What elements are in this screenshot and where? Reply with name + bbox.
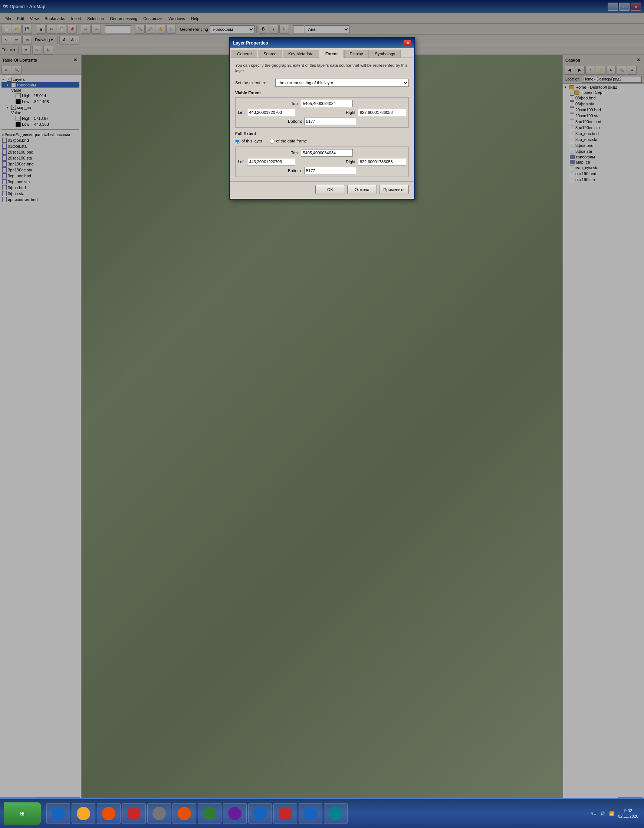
start-button[interactable]: ⊞ [4, 802, 41, 825]
taskbar-app-outlook[interactable] [248, 803, 272, 824]
tab-key-metadata[interactable]: Key Metadata [283, 50, 319, 58]
full-extent-radios: of this layer of the data frame [235, 139, 409, 144]
viable-right-label: Right: [346, 110, 357, 114]
radio-data-frame[interactable]: of the data frame [270, 139, 307, 144]
modal-footer: OK Отмена Применить [230, 181, 414, 199]
full-top-label: Top: [291, 151, 299, 155]
viable-top-label: Top: [291, 101, 299, 106]
app-icon-browser1 [102, 807, 115, 820]
viable-extent-box: Top: Left: Right: [235, 97, 409, 128]
tab-general[interactable]: General [232, 50, 257, 58]
radio-this-layer[interactable]: of this layer [235, 139, 262, 144]
clock-date: 02.11.2020 [618, 814, 638, 819]
clock: 9:02 02.11.2020 [618, 808, 638, 819]
full-right-label: Right: [346, 160, 357, 164]
full-extent-box: Top: Left: Right: [235, 147, 409, 177]
taskbar-app-windows[interactable] [46, 803, 70, 824]
radio-data-frame-input[interactable] [270, 139, 274, 144]
taskbar-systray: RU 🔊 📶 9:02 02.11.2020 [585, 808, 644, 819]
taskbar-app-explorer[interactable] [72, 803, 96, 824]
viable-bottom-input[interactable] [304, 118, 356, 125]
modal-tabs: General Source Key Metadata Extent Displ… [230, 48, 414, 58]
cancel-button[interactable]: Отмена [347, 185, 377, 194]
clock-time: 9:02 [618, 808, 638, 814]
viable-left-label: Left: [238, 110, 246, 114]
app-icon-misc [329, 807, 342, 820]
modal-body: You can specify the geographic extent of… [230, 58, 414, 181]
full-bottom-label: Bottom: [288, 168, 302, 173]
app-icon-windows [52, 807, 65, 820]
app-icon-ppt [279, 807, 292, 820]
full-right-input[interactable] [358, 158, 406, 165]
tab-display[interactable]: Display [344, 50, 369, 58]
lang-indicator: RU [591, 811, 597, 816]
modal-title-bar: Layer Properties ✕ [230, 38, 414, 48]
tab-symbology[interactable]: Symbology [370, 50, 401, 58]
viable-bottom-label: Bottom: [288, 119, 302, 124]
app-icon-word [304, 807, 317, 820]
viable-right-input[interactable] [358, 109, 406, 116]
set-extent-row: Set the extent to: the current setting o… [235, 78, 409, 87]
taskbar-app-misc[interactable] [324, 803, 348, 824]
modal-overlay: Layer Properties ✕ General Source Key Me… [0, 0, 644, 798]
modal-title: Layer Properties [233, 41, 268, 45]
radio-this-layer-input[interactable] [235, 139, 240, 144]
app-icon-excel [203, 807, 216, 820]
network-icon: 📶 [609, 811, 614, 816]
taskbar-app-firefox[interactable] [172, 803, 196, 824]
viable-top-input[interactable] [301, 100, 353, 107]
tab-source[interactable]: Source [258, 50, 282, 58]
taskbar-apps [44, 803, 585, 824]
app-icon-onenote [228, 807, 241, 820]
start-icon: ⊞ [20, 811, 25, 817]
layer-properties-dialog: Layer Properties ✕ General Source Key Me… [229, 37, 415, 199]
viable-left-input[interactable] [247, 109, 295, 116]
taskbar-app-ppt[interactable] [273, 803, 297, 824]
taskbar-app-onenote[interactable] [223, 803, 247, 824]
apply-button[interactable]: Применить [379, 185, 409, 194]
app-icon-explorer [77, 807, 90, 820]
app-icon-browser3 [152, 807, 166, 820]
radio-data-frame-label: of the data frame [276, 139, 307, 143]
app-icon-browser2 [127, 807, 141, 820]
ok-button[interactable]: OK [315, 185, 345, 194]
taskbar-app-browser2[interactable] [122, 803, 146, 824]
tab-extent[interactable]: Extent [320, 50, 343, 58]
modal-close-btn[interactable]: ✕ [404, 40, 411, 46]
full-top-input[interactable] [301, 149, 353, 157]
app-window: 🗺 Проект - ArcMap ─ □ ✕ File Edit View B… [0, 0, 644, 798]
app-icon-outlook [253, 807, 267, 820]
volume-icon: 🔊 [600, 811, 605, 816]
taskbar-app-browser1[interactable] [97, 803, 121, 824]
full-left-label: Left: [238, 160, 246, 164]
full-left-input[interactable] [247, 158, 295, 165]
taskbar-app-browser3[interactable] [147, 803, 171, 824]
app-icon-firefox [178, 807, 191, 820]
taskbar-app-excel[interactable] [198, 803, 221, 824]
radio-this-layer-label: of this layer [241, 139, 262, 143]
modal-description: You can specify the geographic extent of… [235, 63, 409, 74]
full-extent-title: Full Extent [235, 131, 409, 136]
set-extent-select[interactable]: the current setting of this layer [275, 78, 409, 87]
taskbar: ⊞ RU 🔊 📶 9:02 02.11.2020 [0, 798, 644, 828]
taskbar-app-word[interactable] [299, 803, 322, 824]
full-bottom-input[interactable] [304, 167, 356, 174]
set-extent-label: Set the extent to: [235, 80, 272, 85]
viable-extent-title: Viable Extent [235, 91, 409, 95]
